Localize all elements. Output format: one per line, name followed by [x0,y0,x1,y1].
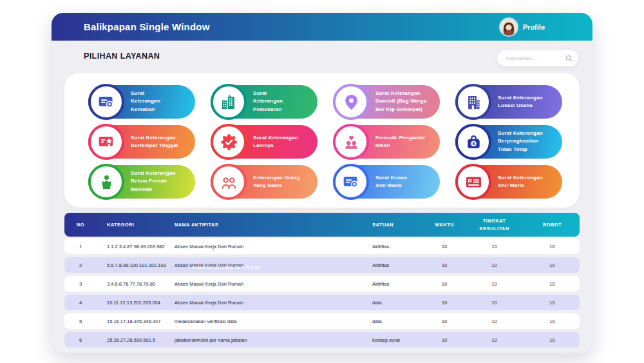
column-header: BOBOT [525,222,580,228]
page: Balikpapan Single Window Profile PILIHAN… [0,0,644,363]
table-cell: 10 [425,300,464,306]
table-cell: melaksanakan verifikasi data [171,319,361,324]
table-cell: 25.26.27.28.500.501.5 [97,337,171,343]
table-cell: Aktifitas [361,281,425,287]
table-cell: konsep surat [361,337,425,343]
seal-check-icon [211,124,247,160]
table-cell: 10 [525,244,580,250]
service-card[interactable]: Surat Keterangan Lokasi Usaha [455,85,562,119]
table-body: 11.1.2.3.4.87.98.09.203.982Absen Masuk K… [64,239,580,351]
service-card-label: Surat Keterangan Berpenghasilan Tidak Te… [498,130,543,153]
office-icon [455,84,491,120]
table-cell: 10 [464,337,525,343]
service-card-label: Surat Keterangan Domisit (Bag Warga Ber … [375,90,426,113]
service-card[interactable]: $Surat Keterangan Berpenghasilan Tidak T… [455,125,562,159]
table-cell: 10 [525,281,580,287]
certificate-star-icon [88,124,124,160]
service-card[interactable]: Formulir Pengantar Nikah [333,125,440,159]
table-cell: 10 [425,281,464,287]
search-box [497,50,578,66]
column-header: KATEGORI [97,222,171,228]
table-cell: Absen Masuk Kerja Dari Rumah [171,300,361,306]
person-icon [88,164,124,200]
table-row: 25.6.7.8.99.100.101.102.103Absen Masuk K… [64,257,580,273]
service-card-grid: Surat Keterangan KematianSurat Keteranga… [64,73,580,208]
service-card-label: Surat Keterangan Kematian [131,90,160,113]
table-row: 33.4.5.6.76.77.78.79.80Absen Masuk Kerja… [64,276,580,291]
table-cell: 6 [64,337,97,343]
table-cell: 2 [64,262,97,268]
table-cell: Absen Masuk Kerja Dari RumahAbsen Masuk … [171,262,361,268]
table-cell: Aktifitas [361,262,425,268]
table-cell: 10 [425,337,464,343]
table-cell: 10 [425,262,464,268]
people-icon [211,164,247,200]
table-cell: 10 [464,281,525,287]
service-card-label: Surat Keterangan Bertempat Tinggal [131,134,178,150]
money-bag-icon: $ [455,124,491,160]
table-cell: 10 [464,244,525,250]
profile-button[interactable]: Profile [500,13,545,41]
app-title: Balikpapan Single Window [84,21,210,32]
table-cell: 10 [425,319,464,324]
profile-label: Profile [523,23,545,31]
column-header: TINGKAT KESULITAN [464,217,525,232]
table-row: 410.11.12.13.202.203.204Absen Masuk Kerj… [64,295,580,310]
couple-icon [333,124,369,160]
service-card[interactable]: Surat Keterangan Domisit (Bag Warga Ber … [333,85,440,119]
service-card[interactable]: Surat Keterangan Lainnya [211,125,317,159]
service-card-label: Surat Keterangan Pemekaran [253,90,283,113]
table-header: NOKATEGORINAMA AKTIFITASSATUANWAKTUTINGK… [64,213,580,237]
certificate-seal-icon [333,164,369,200]
table-cell: Absen Masuk Kerja Dari Rumah [171,281,361,287]
table-cell: data [361,300,425,306]
service-card[interactable]: Surat Keterangan Kematian [88,85,195,119]
table-row: 625.26.27.28.500.501.5jabatan/skm/skt pe… [64,332,580,348]
service-card[interactable]: Surat Keterangan Bertempat Tinggal [88,125,195,159]
column-header: WAKTU [425,222,464,228]
table-cell: Aktifitas [361,244,425,250]
table-cell: 4 [64,300,97,306]
service-card-label: Surat Keterangan Lainnya [253,134,298,150]
search-icon[interactable] [565,54,573,63]
table-cell: 10 [464,262,525,268]
table-cell: 5.6.7.8.99.100.101.102.103 [97,262,171,268]
column-header: NAMA AKTIFITAS [171,222,361,228]
table-row: 11.1.2.3.4.87.98.09.203.982Absen Masuk K… [64,239,580,254]
service-card-label: Formulir Pengantar Nikah [375,134,425,150]
service-card[interactable]: Surat Keterangan Ahli Waris [455,165,562,199]
table-cell: 10 [525,300,580,306]
app-window: Balikpapan Single Window Profile PILIHAN… [52,13,592,353]
certificate-icon [88,84,124,120]
table-cell: 10 [464,300,525,306]
column-header: SATUAN [361,222,425,228]
column-header: NO [64,222,97,228]
service-card[interactable]: Keterangan Orang Yang Sama [211,165,317,199]
table-row: 515.16.17.18.345.346.347melaksanakan ver… [64,313,580,329]
table-cell: 15.16.17.18.345.346.347 [97,319,171,324]
page-title: PILIHAN LAYANAN [84,52,160,61]
table-cell: 3.4.5.6.76.77.78.79.80 [97,281,171,287]
table-cell: 5 [64,319,97,324]
table-cell: jabatan/skm/skt per nama jabatan [171,337,361,343]
table-cell: 10 [425,244,464,250]
table-cell: 1.1.2.3.4.87.98.09.203.982 [97,244,171,250]
city-icon [211,84,247,120]
table-cell: 1 [64,244,97,250]
table-cell: data [361,319,425,324]
service-card[interactable]: Surat Keterangan Belum Pernah Menikah [88,165,195,199]
service-card-label: Surat Keterangan Lokasi Usaha [498,94,543,110]
table-cell: 10 [525,337,580,343]
avatar [500,19,517,35]
table-cell: 10 [464,319,525,324]
services-panel: Surat Keterangan KematianSurat Keteranga… [64,73,580,208]
app-header: Balikpapan Single Window Profile [52,13,592,41]
ghost-text: Absen Masuk Kerja Dari Rumah [191,264,260,270]
service-card[interactable]: Surat Kuasa Ahli Waris [333,165,440,199]
service-card[interactable]: Surat Keterangan Pemekaran [211,85,317,119]
id-card-icon [455,164,491,200]
table-cell: 10.11.12.13.202.203.204 [97,300,171,306]
pin-icon [333,84,369,120]
service-card-label: Keterangan Orang Yang Sama [253,174,300,190]
table-cell: 10 [525,319,580,324]
